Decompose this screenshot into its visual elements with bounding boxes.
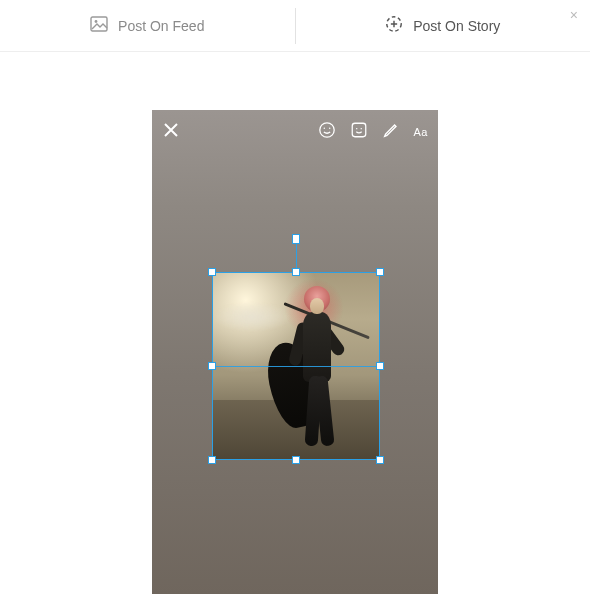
tab-label: Post On Story [413, 18, 500, 34]
dialog-close-button[interactable]: × [570, 8, 578, 22]
svg-point-1 [95, 20, 98, 23]
rotate-handle[interactable] [292, 234, 300, 244]
svg-rect-0 [91, 17, 107, 31]
story-canvas[interactable]: Aa [152, 110, 438, 594]
svg-point-5 [329, 127, 330, 128]
draw-icon[interactable] [382, 121, 400, 143]
svg-point-8 [360, 128, 361, 129]
svg-point-7 [356, 128, 357, 129]
image-icon [90, 16, 108, 35]
resize-handle-w[interactable] [208, 362, 216, 370]
story-close-button[interactable] [162, 121, 180, 143]
post-type-tabs: Post On Feed Post On Story × [0, 0, 590, 52]
tab-label: Post On Feed [118, 18, 204, 34]
plus-circle-icon [385, 15, 403, 36]
resize-handle-nw[interactable] [208, 268, 216, 276]
sticker-icon[interactable] [350, 121, 368, 143]
svg-rect-6 [352, 123, 366, 137]
tab-post-on-feed[interactable]: Post On Feed [0, 0, 295, 51]
resize-handle-n[interactable] [292, 268, 300, 276]
resize-handle-ne[interactable] [376, 268, 384, 276]
svg-point-4 [323, 127, 324, 128]
emoji-icon[interactable] [318, 121, 336, 143]
svg-point-3 [319, 123, 333, 137]
text-tool-button[interactable]: Aa [414, 126, 428, 138]
selected-image-frame[interactable] [212, 272, 380, 460]
editor-stage: Aa [0, 52, 590, 594]
resize-handle-se[interactable] [376, 456, 384, 464]
resize-handle-sw[interactable] [208, 456, 216, 464]
resize-handle-s[interactable] [292, 456, 300, 464]
story-editor-topbar: Aa [152, 120, 438, 144]
tab-post-on-story[interactable]: Post On Story [296, 0, 591, 51]
story-image-content [212, 272, 380, 460]
resize-handle-e[interactable] [376, 362, 384, 370]
